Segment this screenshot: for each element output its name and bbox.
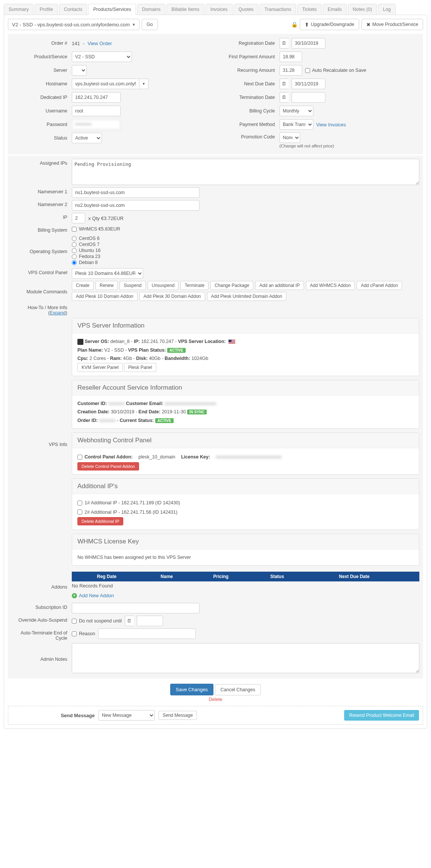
tabs-nav: SummaryProfileContactsProducts/ServicesD… [4, 4, 427, 15]
os-icon [77, 339, 83, 345]
auto-recalc-checkbox[interactable] [305, 68, 310, 73]
hostname-dropdown[interactable]: ▼ [139, 79, 148, 89]
aip2-checkbox[interactable] [77, 510, 82, 514]
lock-icon: 🔒 [291, 21, 298, 27]
cmd-add-plesk-domain-addon-button[interactable]: Add Plesk 10 Domain Addon [72, 292, 138, 301]
tab-billable-items[interactable]: Billable Items [166, 4, 204, 15]
reseller-info-card: Reseller Account Service Information Cus… [72, 380, 419, 429]
vps-info-card: VPS Server Information Server OS: debian… [72, 318, 419, 376]
ns2-input[interactable] [72, 200, 200, 211]
tab-tickets[interactable]: Tickets [297, 4, 322, 15]
view-order-link[interactable]: View Order [88, 41, 112, 46]
assigned-ips-textarea[interactable]: Pending Provisioning [72, 159, 419, 185]
cmd-create-button[interactable]: Create [72, 281, 94, 290]
hostname-input[interactable] [72, 79, 139, 89]
cmd-change-package-button[interactable]: Change Package [210, 281, 253, 290]
payment-method-select[interactable]: Bank Transfer [280, 119, 313, 130]
view-invoices-link[interactable]: View Invoices [316, 122, 346, 127]
cmd-renew-button[interactable]: Renew [95, 281, 118, 290]
expand-link[interactable]: Expand [50, 310, 65, 316]
reg-date-input[interactable] [292, 38, 325, 49]
tab-panel: V2 - SSD - vps.buytest-ssd-us.com.onlyfo… [4, 15, 427, 729]
send-message-row: Send Message New Message Send Message Re… [8, 706, 423, 725]
add-addon-link[interactable]: +Add New Addon [72, 593, 114, 598]
username-input[interactable] [72, 106, 121, 116]
tab-transactions[interactable]: Transactions [260, 4, 296, 15]
whmcs-addon-checkbox[interactable] [72, 227, 77, 232]
upgrade-button[interactable]: ⬆Upgrade/Downgrade [300, 19, 359, 30]
move-button[interactable]: ✖Move Product/Service [361, 19, 423, 30]
tab-invoices[interactable]: Invoices [206, 4, 233, 15]
whmcs-license-card: WHMCS License Key No WHMCS has been assi… [72, 534, 419, 566]
tab-contacts[interactable]: Contacts [59, 4, 87, 15]
delete-aip-button[interactable]: Delete Additional IP [77, 517, 123, 525]
product-service-select[interactable]: V2 - SSD [72, 52, 132, 62]
server-select[interactable] [72, 65, 87, 76]
cmd-add-plesk-domain-addon-button[interactable]: Add Plesk 30 Domain Addon [139, 292, 205, 301]
os-radio[interactable] [72, 242, 77, 247]
ns1-input[interactable] [72, 187, 200, 198]
billing-cycle-select[interactable]: Monthly [280, 106, 313, 116]
calendar-icon: 🗓 [280, 79, 289, 89]
delete-cp-addon-button[interactable]: Delete Control Panel Addon [77, 462, 139, 470]
term-date-input[interactable] [292, 92, 325, 103]
os-radio[interactable] [72, 254, 77, 259]
product-select[interactable]: V2 - SSD - vps.buytest-ssd-us.com.onlyfo… [8, 19, 139, 30]
control-panel-select[interactable]: Plesk 10 Domains €4.86EUR [72, 268, 143, 279]
kvm-panel-button[interactable]: KVM Server Panel [77, 363, 123, 372]
status-badge: ACTIVE [167, 348, 186, 353]
calendar-icon: 🗓 [280, 92, 289, 103]
cmd-add-whmcs-addon-button[interactable]: Add WHMCS Addon [306, 281, 355, 290]
os-radio[interactable] [72, 248, 77, 253]
tab-profile[interactable]: Profile [35, 4, 57, 15]
tab-summary[interactable]: Summary [4, 4, 33, 15]
promo-code-select[interactable]: None [280, 132, 300, 143]
tab-notes-[interactable]: Notes (0) [348, 4, 377, 15]
cmd-add-an-additional-ip-button[interactable]: Add an additional IP [255, 281, 304, 290]
cp-addon-checkbox[interactable] [77, 455, 82, 460]
password-input[interactable] [72, 119, 121, 130]
cmd-unsuspend-button[interactable]: Unsuspend [148, 281, 179, 290]
override-suspend-checkbox[interactable] [72, 619, 77, 624]
admin-notes-textarea[interactable] [72, 643, 419, 673]
os-radio[interactable] [72, 260, 77, 265]
ip-qty-input[interactable] [72, 213, 85, 223]
resend-welcome-button[interactable]: Resend Product Welcome Email [344, 710, 419, 721]
addons-table: Reg DateNamePricingStatusNext Due Date [72, 572, 419, 581]
calendar-icon: 🗓 [280, 38, 289, 49]
message-select[interactable]: New Message [98, 710, 155, 721]
suspend-until-input[interactable] [137, 616, 163, 626]
tab-quotes[interactable]: Quotes [234, 4, 259, 15]
next-due-input[interactable] [292, 79, 325, 89]
cmd-add-plesk-unlimited-domain-addon-button[interactable]: Add Plesk Unlimited Domain Addon [207, 292, 286, 301]
go-button[interactable]: Go [142, 19, 158, 30]
additional-ips-card: Additional IP's 1# Additional IP - 162.2… [72, 478, 419, 530]
os-radio[interactable] [72, 236, 77, 241]
cmd-terminate-button[interactable]: Terminate [180, 281, 209, 290]
first-payment-input[interactable] [280, 52, 302, 62]
calendar-icon: 🗓 [125, 616, 134, 626]
auto-terminate-checkbox[interactable] [72, 631, 77, 636]
order-label: Order # [12, 41, 72, 46]
cmd-suspend-button[interactable]: Suspend [119, 281, 145, 290]
delete-link[interactable]: Delete [8, 697, 423, 702]
tab-domains[interactable]: Domains [137, 4, 165, 15]
tab-log[interactable]: Log [378, 4, 396, 15]
subscription-id-input[interactable] [72, 603, 200, 613]
tab-emails[interactable]: Emails [323, 4, 347, 15]
recurring-amount-input[interactable] [280, 65, 302, 76]
plesk-panel-button[interactable]: Plesk Panel [124, 363, 156, 372]
aip1-checkbox[interactable] [77, 501, 82, 505]
save-button[interactable]: Save Changes [170, 684, 213, 695]
plus-icon: + [72, 593, 77, 598]
webhosting-cp-card: Webhosting Control Panel Control Panel A… [72, 432, 419, 475]
send-message-button[interactable]: Send Message [159, 711, 197, 720]
terminate-reason-input[interactable] [98, 628, 196, 639]
tab-products-services[interactable]: Products/Services [88, 4, 136, 15]
dedicated-ip-input[interactable] [72, 92, 121, 103]
cancel-button[interactable]: Cancel Changes [215, 684, 261, 695]
flag-icon [228, 340, 235, 344]
status-select[interactable]: Active [72, 133, 102, 143]
cmd-add-cpanel-addon-button[interactable]: Add cPanel Addon [357, 281, 402, 290]
